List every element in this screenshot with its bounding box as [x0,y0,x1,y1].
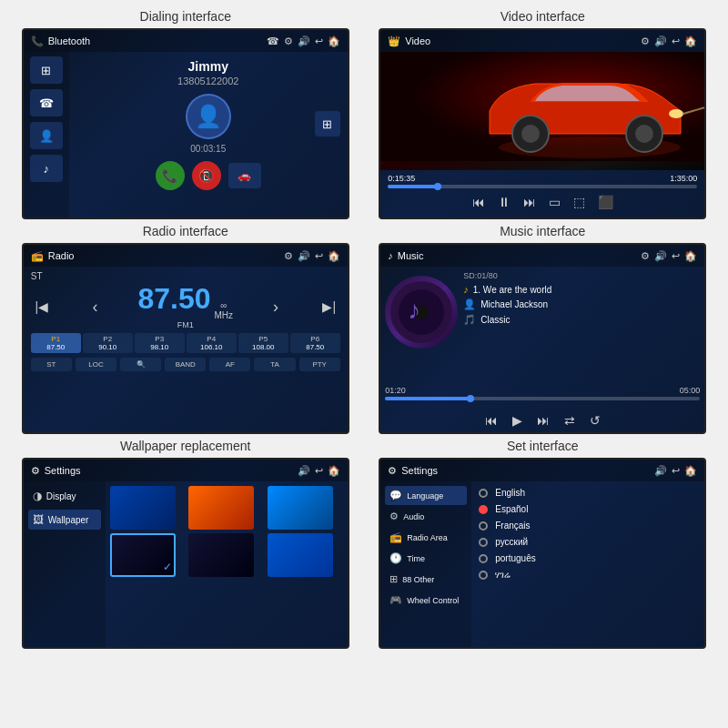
lang-option-francais[interactable]: Français [479,519,697,532]
music-prev-btn[interactable]: ⏮ [485,413,498,428]
music-content: ♪ SD:01/80 ♪ 1. We are the world 👤 Micha… [380,267,704,432]
radio-preset-5[interactable]: P5 108.00 [238,333,288,353]
radio-preset-3[interactable]: P3 98.10 [135,333,185,353]
call-icon[interactable]: ☎ [267,35,279,47]
preset-label-5: P5 [241,335,286,343]
back-icon[interactable]: ↩ [672,250,680,262]
volume-icon[interactable]: 🔊 [654,35,667,47]
topbar-label: Music [398,250,424,261]
volume-icon[interactable]: 🔊 [654,465,667,477]
wallpaper-thumb-3[interactable] [268,486,333,530]
topbar-icons: ⚙ 🔊 ↩ 🏠 [641,250,697,262]
radio-skip-back-btn[interactable]: |◀ [31,292,53,321]
dial-call-btn[interactable]: ☎ [30,89,63,116]
music-progress-bar[interactable] [385,397,700,400]
home-icon[interactable]: 🏠 [684,250,697,262]
lang-option-amharic[interactable]: ሃገሬ [479,568,697,582]
radio-next-btn[interactable]: › [265,292,287,321]
radio-section: Radio interface 📻 Radio ⚙ 🔊 ↩ 🏠 ST |◀ [9,224,362,434]
home-icon[interactable]: 🏠 [684,465,697,477]
wheel-control-item[interactable]: 🎮 Wheel Control [385,591,467,610]
radio-preset-6[interactable]: P6 87.50 [290,333,340,353]
radio-af-btn[interactable]: AF [209,358,250,371]
dial-keypad-btn[interactable]: ⊞ [30,56,63,84]
radio-band-label: FM1 [137,320,233,329]
audio-item[interactable]: ⚙ Audio [385,507,467,526]
radio-skip-fwd-btn[interactable]: ▶| [318,292,340,321]
video-size-btn[interactable]: ⬚ [573,195,585,209]
reject-call-button[interactable]: 📵 [192,161,221,190]
lang-option-portuguese[interactable]: português [479,551,697,565]
radio-preset-4[interactable]: P4 106.10 [187,333,237,353]
settings-icon[interactable]: ⚙ [284,250,293,262]
music-shuffle-btn[interactable]: ⇄ [564,413,575,428]
lang-text-english: English [495,488,525,498]
accept-call-button[interactable]: 📞 [156,161,185,190]
video-progress-bar[interactable] [388,185,697,188]
home-icon[interactable]: 🏠 [684,35,697,47]
volume-icon[interactable]: 🔊 [298,35,310,47]
set-screen: ⚙ Settings 🔊 ↩ 🏠 💬 Language ⚙ [379,458,706,649]
radio-prev-btn[interactable]: ‹ [85,292,106,321]
back-icon[interactable]: ↩ [672,465,680,477]
video-time-total: 1:35:00 [670,174,697,183]
other-item[interactable]: ⊞ 88 Other [385,570,467,589]
lang-option-russian[interactable]: русский [479,535,697,549]
audio-label: Audio [403,512,424,521]
display-item[interactable]: ◑ Display [28,486,101,506]
home-icon[interactable]: 🏠 [328,35,340,47]
dial-grid-btn[interactable]: ⊞ [315,111,340,136]
time-item[interactable]: 🕐 Time [385,549,467,568]
music-next-btn[interactable]: ⏭ [537,413,550,428]
music-sd-info: SD:01/80 [463,271,700,280]
video-time-current: 0:15:35 [388,174,415,183]
video-aspect-btn[interactable]: ▭ [549,195,561,209]
radio-preset-2[interactable]: P2 90.10 [83,333,133,353]
wallpaper-item[interactable]: 🖼 Wallpaper [28,510,101,530]
settings-icon[interactable]: ⚙ [284,35,293,47]
wallpaper-thumb-2[interactable] [188,486,254,530]
preset-label-3: P3 [137,335,182,343]
radio-ta-btn[interactable]: TA [254,358,295,371]
settings-icon[interactable]: ⚙ [641,35,650,47]
back-icon[interactable]: ↩ [315,465,323,477]
home-icon[interactable]: 🏠 [328,250,340,262]
radio-search-btn[interactable]: 🔍 [120,358,161,371]
car-mode-button[interactable]: 🚗 [228,163,261,188]
preset-label-2: P2 [86,335,130,343]
radio-preset-1[interactable]: P1 87.50 [31,333,81,353]
language-icon: 💬 [389,490,402,501]
settings-icon[interactable]: ⚙ [641,250,650,262]
back-icon[interactable]: ↩ [672,35,680,47]
wallpaper-thumb-5[interactable] [188,533,254,577]
dial-music-btn[interactable]: ♪ [30,155,63,182]
video-next-btn[interactable]: ⏭ [523,195,536,209]
radio-st-btn[interactable]: ST [31,358,72,371]
wallpaper-thumb-1[interactable] [110,486,176,530]
radio-band-btn[interactable]: BAND [165,358,206,371]
music-play-btn[interactable]: ▶ [512,413,522,428]
dial-contacts-btn[interactable]: 👤 [30,122,63,149]
back-icon[interactable]: ↩ [315,35,323,47]
home-icon[interactable]: 🏠 [328,465,340,477]
radio-loc-btn[interactable]: LOC [76,358,116,371]
wallpaper-thumb-4[interactable]: ✓ [110,533,176,577]
music-repeat-btn[interactable]: ↺ [590,413,601,428]
radio-pty-btn[interactable]: PTY [299,358,340,371]
video-thumbnail[interactable] [380,52,704,170]
radio-content: ST |◀ ‹ 87.50 ∞ MHz FM1 › [24,267,348,376]
volume-icon[interactable]: 🔊 [298,465,310,477]
video-progress-area: 0:15:35 1:35:00 [380,170,704,190]
language-item[interactable]: 💬 Language [385,486,467,505]
lang-option-english[interactable]: English [479,486,697,500]
music-track-name: 1. We are the world [473,285,552,295]
video-pause-btn[interactable]: ⏸ [498,195,511,209]
video-prev-btn[interactable]: ⏮ [472,195,485,209]
back-icon[interactable]: ↩ [315,250,323,262]
volume-icon[interactable]: 🔊 [298,250,310,262]
lang-option-espanol[interactable]: Español [479,502,697,516]
wallpaper-thumb-6[interactable] [268,533,333,577]
radio-area-item[interactable]: 📻 Radio Area [385,528,467,547]
video-mode-btn[interactable]: ⬛ [598,195,613,209]
volume-icon[interactable]: 🔊 [654,250,667,262]
